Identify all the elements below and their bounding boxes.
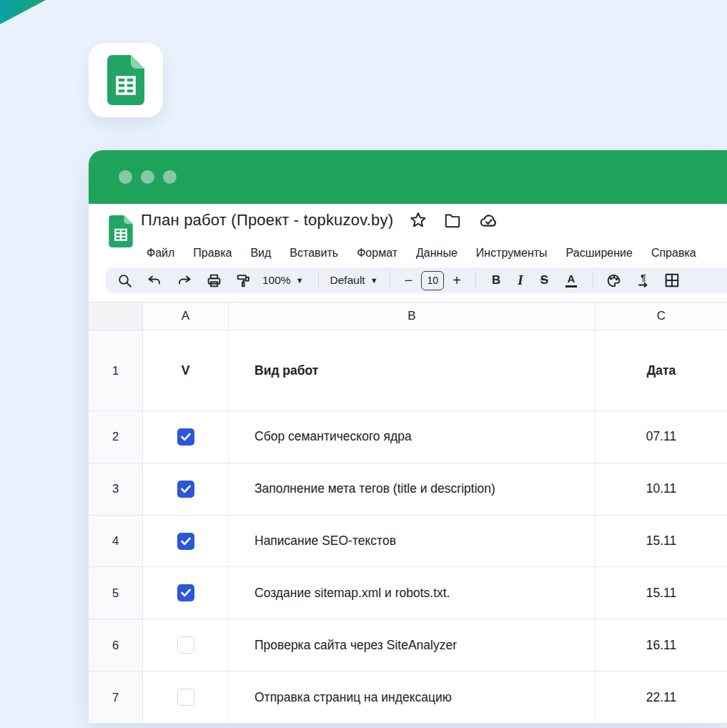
paint-format-icon[interactable] [236, 273, 251, 288]
column-header-B[interactable]: B [229, 302, 595, 330]
task-text: Написание SEO-текстов [254, 533, 396, 549]
strikethrough-button[interactable]: S [540, 273, 548, 287]
cell-b1[interactable]: Вид работ [229, 330, 595, 410]
app-chrome: План работ (Проект - topkuzov.by) ФайлПр… [89, 204, 727, 302]
checkbox-checked[interactable] [177, 481, 194, 498]
menu-item-правка[interactable]: Правка [193, 247, 232, 260]
menu-item-вставить[interactable]: Вставить [290, 247, 338, 260]
menu-item-вид[interactable]: Вид [250, 247, 271, 260]
redo-icon[interactable] [177, 273, 192, 287]
cloud-saved-icon[interactable] [478, 211, 499, 230]
task-cell[interactable]: Создание sitemap.xml и robots.txt. [229, 567, 595, 619]
row-header[interactable]: 4 [89, 516, 143, 567]
search-icon[interactable] [117, 273, 132, 288]
spreadsheet-grid: ABC 1 V Вид работ Дата 2 Сбор семантиче [89, 302, 727, 724]
date-cell[interactable]: 15.11 [595, 567, 727, 619]
checkbox-checked[interactable] [177, 533, 194, 550]
checkbox-cell [143, 567, 229, 619]
sheets-app-icon-card [89, 43, 163, 117]
date-text: 07.11 [646, 429, 677, 444]
date-text: 15.11 [646, 586, 677, 601]
window-control-dot[interactable] [119, 170, 132, 184]
borders-icon[interactable] [664, 272, 680, 288]
date-text: 10.11 [646, 481, 677, 496]
task-text: Заполнение мета тегов (title и descripti… [254, 481, 495, 496]
checkbox-cell [143, 516, 229, 567]
text-rotation-icon[interactable]: ¶ [638, 273, 648, 287]
document-title[interactable]: План работ (Проект - topkuzov.by) [141, 211, 393, 230]
print-icon[interactable] [207, 273, 222, 288]
date-cell[interactable]: 07.11 [595, 411, 727, 463]
date-text: 15.11 [646, 533, 677, 549]
chevron-down-icon: ▼ [370, 277, 378, 285]
window-titlebar [89, 150, 727, 204]
font-select[interactable]: Default ▼ [330, 274, 378, 287]
date-cell[interactable]: 16.11 [595, 619, 727, 671]
check-icon [180, 536, 192, 546]
date-cell[interactable]: 15.11 [595, 516, 727, 567]
task-cell[interactable]: Заполнение мета тегов (title и descripti… [229, 463, 595, 515]
checkbox-unchecked[interactable] [177, 689, 194, 706]
decrease-font-size-button[interactable]: − [405, 272, 413, 289]
row-header[interactable]: 6 [89, 619, 143, 671]
checkbox-cell [143, 672, 229, 723]
undo-icon[interactable] [147, 273, 162, 287]
font-size-input[interactable]: 10 [421, 271, 444, 290]
menu-item-справка[interactable]: Справка [651, 247, 696, 260]
task-cell[interactable]: Отправка страниц на индексацию [229, 672, 595, 723]
window-control-dot[interactable] [163, 170, 177, 184]
menu-item-файл[interactable]: Файл [147, 247, 174, 260]
menu-item-формат[interactable]: Формат [357, 247, 397, 260]
checkbox-unchecked[interactable] [177, 636, 194, 654]
checkbox-cell [143, 411, 229, 463]
row-header[interactable]: 1 [89, 330, 143, 410]
column-header-C[interactable]: C [595, 302, 727, 330]
date-text: 16.11 [646, 638, 677, 653]
select-all-corner-cell[interactable] [89, 302, 143, 330]
task-text: Проверка сайта через SiteAnalyzer [254, 638, 457, 653]
menu-bar: ФайлПравкаВидВставитьФорматДанныеИнструм… [147, 247, 696, 260]
checkbox-checked[interactable] [177, 584, 194, 601]
task-text: Создание sitemap.xml и robots.txt. [254, 586, 450, 601]
corner-decoration [0, 0, 46, 24]
checkbox-checked[interactable] [177, 428, 194, 446]
menu-item-инструменты[interactable]: Инструменты [476, 247, 548, 260]
toolbar-separator [318, 272, 319, 289]
toolbar-separator [390, 272, 390, 289]
sheet-rows: 1 V Вид работ Дата 2 Сбор семантического… [89, 330, 727, 724]
table-row: 4 Написание SEO-текстов 15.11 [89, 516, 727, 568]
table-row: 6 Проверка сайта через SiteAnalyzer 16.1… [89, 619, 727, 672]
row-header[interactable]: 5 [89, 567, 143, 619]
column-header-A[interactable]: A [143, 302, 229, 330]
checkbox-cell [143, 463, 229, 515]
check-icon [180, 588, 192, 598]
increase-font-size-button[interactable]: + [452, 272, 461, 289]
date-cell[interactable]: 22.11 [595, 672, 727, 723]
row-header[interactable]: 2 [89, 411, 143, 463]
table-row: 5 Создание sitemap.xml и robots.txt. 15.… [89, 567, 727, 619]
bold-button[interactable]: B [492, 273, 500, 287]
folder-icon[interactable] [443, 211, 462, 230]
fill-color-icon[interactable] [606, 273, 621, 288]
window-control-dot[interactable] [141, 170, 154, 184]
google-sheets-file-icon [109, 215, 133, 247]
date-cell[interactable]: 10.11 [595, 463, 727, 515]
row-header[interactable]: 3 [89, 463, 143, 515]
menu-item-расширение[interactable]: Расширение [566, 247, 633, 260]
task-cell[interactable]: Написание SEO-текстов [229, 516, 595, 567]
row-header[interactable]: 7 [89, 672, 143, 723]
checkbox-cell [143, 619, 229, 671]
table-row: 7 Отправка страниц на индексацию 22.11 [89, 672, 727, 724]
cell-a1[interactable]: V [143, 330, 229, 410]
menu-item-данные[interactable]: Данные [416, 247, 458, 260]
task-cell[interactable]: Проверка сайта через SiteAnalyzer [229, 619, 595, 671]
zoom-select[interactable]: 100% ▼ [262, 274, 304, 287]
check-icon [180, 432, 192, 442]
task-cell[interactable]: Сбор семантического ядра [229, 411, 595, 463]
cell-c1[interactable]: Дата [595, 330, 727, 410]
table-row: 1 V Вид работ Дата [89, 330, 727, 411]
toolbar: 100% ▼ Default ▼ − 10 + B I S A [106, 267, 727, 293]
star-icon[interactable] [409, 211, 427, 230]
text-color-button[interactable]: A [565, 273, 577, 287]
italic-button[interactable]: I [518, 272, 523, 288]
